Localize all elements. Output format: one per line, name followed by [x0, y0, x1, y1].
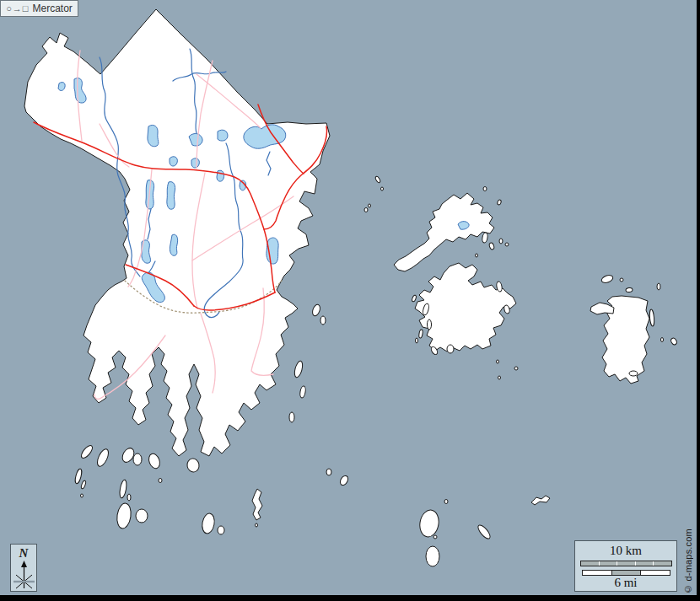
lake-f [167, 182, 175, 210]
islet [374, 176, 380, 184]
islet [483, 187, 487, 191]
map-stage: N ○→□ Mercator 10 km 6 mi © d-maps.com [0, 0, 700, 601]
copyright-text: © d-maps.com [683, 529, 695, 594]
compass-arrow-icon [12, 560, 36, 592]
islet [381, 187, 384, 190]
islet [482, 233, 488, 244]
islet [119, 480, 128, 499]
islet [649, 309, 655, 326]
scale-tick [653, 561, 654, 566]
scale-tick [635, 561, 636, 566]
lake-c [218, 130, 228, 141]
scale-mi-label: 6 mi [575, 576, 676, 590]
islet [514, 367, 518, 370]
islet [488, 242, 494, 250]
map-canvas [0, 0, 700, 601]
islet [364, 208, 368, 212]
islet [433, 535, 437, 539]
islet [133, 453, 142, 465]
snake-islet [531, 496, 550, 505]
islet [670, 337, 677, 346]
scale-tick [599, 561, 600, 566]
islet [293, 360, 304, 378]
islet [74, 469, 83, 485]
islet [201, 512, 216, 534]
narrow-south-island [252, 489, 262, 520]
scale-tick [617, 561, 617, 566]
islet [339, 475, 350, 486]
north-label: N [11, 546, 36, 560]
lake-a [148, 125, 159, 146]
islet [657, 283, 660, 290]
islet [299, 386, 306, 399]
islet [80, 480, 86, 490]
frame-right [697, 0, 700, 601]
islet [256, 523, 258, 527]
islet [416, 338, 418, 343]
center-south-island [415, 263, 516, 351]
islet [497, 360, 499, 363]
islet [159, 479, 162, 483]
islet [499, 239, 503, 244]
islet [79, 444, 94, 460]
scale-bar-mi [582, 570, 670, 576]
scale-box: 10 km 6 mi [574, 540, 677, 592]
scale-segment [640, 571, 670, 575]
islet [629, 371, 638, 376]
frame-bottom [0, 595, 700, 601]
lake-h [217, 170, 224, 181]
compass-box: N [10, 544, 37, 592]
islet [218, 526, 224, 534]
islet [320, 316, 326, 325]
islet [476, 254, 478, 257]
islet [147, 452, 161, 470]
islet [289, 412, 294, 422]
islet [136, 509, 148, 523]
islet [412, 295, 417, 303]
scale-segment [583, 571, 611, 575]
islet [186, 458, 201, 473]
islet [505, 243, 509, 246]
islet [661, 338, 664, 342]
islet [498, 376, 501, 379]
islet [417, 508, 440, 538]
lake-island [458, 222, 469, 230]
scale-segment [611, 571, 641, 575]
islet [447, 345, 454, 353]
islet [127, 494, 131, 501]
islet [497, 199, 502, 205]
islet [311, 303, 321, 317]
lake-g [191, 158, 199, 168]
scale-bar-km [580, 561, 672, 566]
mainland [24, 9, 330, 456]
lake-d [170, 157, 177, 166]
center-north-island [394, 193, 494, 271]
islet [428, 319, 432, 330]
islet [95, 448, 110, 468]
islet [81, 494, 83, 497]
islet [600, 274, 614, 284]
islet [418, 330, 423, 339]
islet [426, 546, 439, 566]
islet [620, 278, 623, 282]
islet [369, 204, 371, 207]
islet [444, 500, 448, 504]
islet [116, 502, 132, 529]
islet [626, 287, 633, 292]
lake-topleft-small [58, 83, 65, 91]
islet [477, 523, 493, 540]
scale-km-label: 10 km [575, 544, 676, 558]
islet [326, 469, 331, 475]
